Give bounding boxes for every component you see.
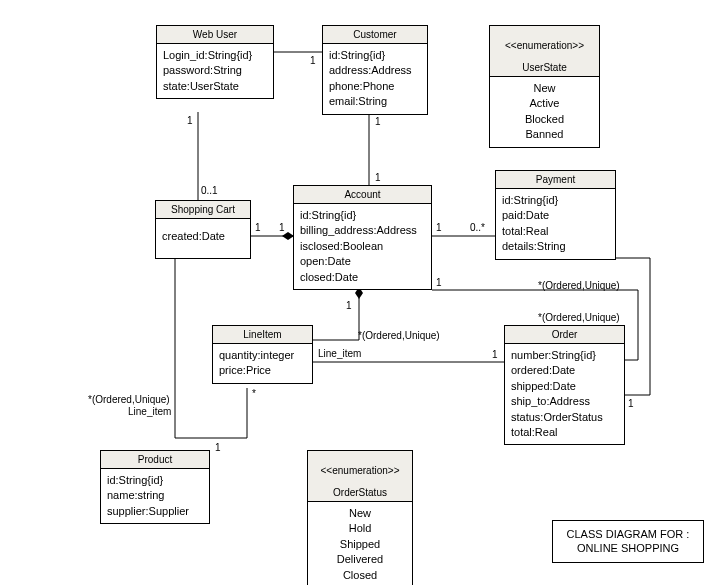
mult-webuser-customer-right: 1 — [310, 55, 316, 66]
role-cart-lineitem: Line_item — [128, 406, 171, 417]
role-lineitem-order: Line_item — [318, 348, 361, 359]
enum-value: Blocked — [496, 112, 593, 127]
attr: ordered:Date — [511, 363, 618, 378]
class-web-user: Web User Login_id:String{id} password:St… — [156, 25, 274, 99]
enum-value: Banned — [496, 127, 593, 142]
enum-value: Shipped — [314, 537, 406, 552]
attr: price:Price — [219, 363, 306, 378]
title-line1: CLASS DIAGRAM FOR : — [563, 527, 693, 541]
attr: number:String{id} — [511, 348, 618, 363]
class-customer: Customer id:String{id} address:Address p… — [322, 25, 428, 115]
attr: phone:Phone — [329, 79, 421, 94]
attr: quantity:integer — [219, 348, 306, 363]
class-payment: Payment id:String{id} paid:Date total:Re… — [495, 170, 616, 260]
mult-webuser-cart-bottom: 0..1 — [201, 185, 218, 196]
mult-lineitem-order-one: 1 — [492, 349, 498, 360]
constraint-account-lineitem: *(Ordered,Unique) — [358, 330, 440, 341]
class-body: number:String{id} ordered:Date shipped:D… — [505, 344, 624, 444]
class-shopping-cart: Shopping Cart created:Date — [155, 200, 251, 259]
mult-webuser-cart-top: 1 — [187, 115, 193, 126]
mult-account-order-one: 1 — [436, 277, 442, 288]
attr: status:OrderStatus — [511, 410, 618, 425]
mult-order-payment-one: 1 — [628, 398, 634, 409]
class-line-item: LineItem quantity:integer price:Price — [212, 325, 313, 384]
enum-name: OrderStatus — [333, 487, 387, 498]
constraint-cart-lineitem: *(Ordered,Unique) — [88, 394, 170, 405]
constraint-payment-order: *(Ordered,Unique) — [538, 280, 620, 291]
enum-value: Hold — [314, 521, 406, 536]
attr: Login_id:String{id} — [163, 48, 267, 63]
enum-user-state: <<enumeration>> UserState New Active Blo… — [489, 25, 600, 148]
class-account: Account id:String{id} billing_address:Ad… — [293, 185, 432, 290]
attr: id:String{id} — [300, 208, 425, 223]
class-body: id:String{id} name:string supplier:Suppl… — [101, 469, 209, 523]
attr: open:Date — [300, 254, 425, 269]
attr: password:String — [163, 63, 267, 78]
class-body: id:String{id} address:Address phone:Phon… — [323, 44, 427, 114]
attr: details:String — [502, 239, 609, 254]
attr: id:String{id} — [107, 473, 203, 488]
class-header: Payment — [496, 171, 615, 189]
enum-body: New Active Blocked Banned — [490, 77, 599, 147]
mult-cart-account-left: 1 — [255, 222, 261, 233]
title-line2: ONLINE SHOPPING — [563, 541, 693, 555]
attr: paid:Date — [502, 208, 609, 223]
class-header: LineItem — [213, 326, 312, 344]
enum-order-status: <<enumeration>> OrderStatus New Hold Shi… — [307, 450, 413, 585]
class-header: Account — [294, 186, 431, 204]
mult-customer-account-bottom: 1 — [375, 172, 381, 183]
class-body: id:String{id} paid:Date total:Real detai… — [496, 189, 615, 259]
enum-value: New — [496, 81, 593, 96]
attr: closed:Date — [300, 270, 425, 285]
enum-value: Closed — [314, 568, 406, 583]
class-body: Login_id:String{id} password:String stat… — [157, 44, 273, 98]
mult-account-lineitem-top: 1 — [346, 300, 352, 311]
enum-header: <<enumeration>> UserState — [490, 26, 599, 77]
enum-body: New Hold Shipped Delivered Closed — [308, 502, 412, 585]
attr: supplier:Supplier — [107, 504, 203, 519]
attr: email:String — [329, 94, 421, 109]
stereotype: <<enumeration>> — [505, 40, 584, 51]
class-header: Web User — [157, 26, 273, 44]
attr: name:string — [107, 488, 203, 503]
mult-cart-account-right: 1 — [279, 222, 285, 233]
diagram-title: CLASS DIAGRAM FOR : ONLINE SHOPPING — [552, 520, 704, 563]
class-body: created:Date — [156, 219, 250, 258]
attr: address:Address — [329, 63, 421, 78]
mult-customer-account-top: 1 — [375, 116, 381, 127]
attr: isclosed:Boolean — [300, 239, 425, 254]
class-header: Order — [505, 326, 624, 344]
class-header: Product — [101, 451, 209, 469]
attr: created:Date — [162, 229, 244, 244]
class-header: Shopping Cart — [156, 201, 250, 219]
enum-value: Active — [496, 96, 593, 111]
mult-lineitem-product-one: 1 — [215, 442, 221, 453]
enum-name: UserState — [522, 62, 566, 73]
class-body: quantity:integer price:Price — [213, 344, 312, 383]
attr: total:Real — [511, 425, 618, 440]
enum-value: Delivered — [314, 552, 406, 567]
class-product: Product id:String{id} name:string suppli… — [100, 450, 210, 524]
class-order: Order number:String{id} ordered:Date shi… — [504, 325, 625, 445]
attr: ship_to:Address — [511, 394, 618, 409]
attr: billing_address:Address — [300, 223, 425, 238]
mult-account-payment-right: 0..* — [470, 222, 485, 233]
attr: state:UserState — [163, 79, 267, 94]
enum-header: <<enumeration>> OrderStatus — [308, 451, 412, 502]
attr: id:String{id} — [329, 48, 421, 63]
class-body: id:String{id} billing_address:Address is… — [294, 204, 431, 289]
enum-value: New — [314, 506, 406, 521]
mult-lineitem-product-star: * — [252, 388, 256, 399]
constraint-account-order: *(Ordered,Unique) — [538, 312, 620, 323]
stereotype: <<enumeration>> — [321, 465, 400, 476]
attr: id:String{id} — [502, 193, 609, 208]
class-header: Customer — [323, 26, 427, 44]
attr: total:Real — [502, 224, 609, 239]
mult-account-payment-left: 1 — [436, 222, 442, 233]
attr: shipped:Date — [511, 379, 618, 394]
